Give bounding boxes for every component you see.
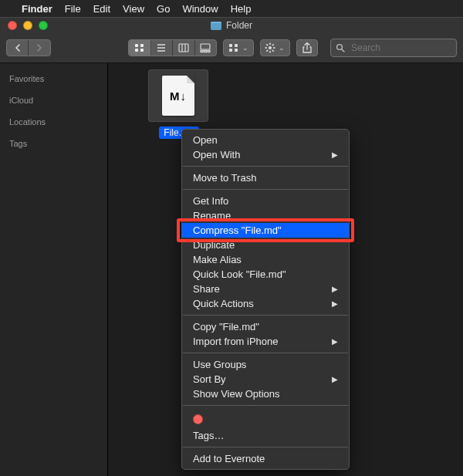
- context-menu-tags-row[interactable]: [182, 410, 349, 428]
- forward-button[interactable]: [29, 40, 49, 56]
- traffic-lights: [0, 21, 48, 30]
- sidebar: Favorites iCloud Locations Tags: [0, 63, 108, 476]
- context-menu-item[interactable]: Rename: [182, 208, 349, 223]
- submenu-arrow-icon: ▶: [332, 372, 338, 387]
- svg-rect-14: [229, 44, 232, 47]
- svg-rect-1: [140, 44, 144, 47]
- context-menu-item[interactable]: Import from iPhone▶: [182, 334, 349, 349]
- context-menu-item[interactable]: Make Alias: [182, 252, 349, 267]
- folder-icon: [211, 22, 221, 30]
- back-button[interactable]: [7, 40, 29, 56]
- file-thumbnail: M↓: [148, 69, 208, 122]
- sidebar-section-tags[interactable]: Tags: [0, 133, 107, 154]
- window-title: Folder: [0, 20, 463, 31]
- sidebar-section-favorites[interactable]: Favorites: [0, 68, 107, 89]
- context-menu-item-label: Quick Actions: [193, 296, 254, 311]
- context-menu-item-label: Rename: [193, 208, 231, 223]
- svg-line-24: [272, 50, 274, 52]
- gear-icon: [265, 42, 275, 53]
- context-menu-item[interactable]: Quick Actions▶: [182, 296, 349, 311]
- svg-rect-0: [135, 44, 138, 47]
- group-by-button[interactable]: ⌄: [223, 39, 254, 56]
- minimize-window-button[interactable]: [23, 21, 32, 30]
- search-icon: [336, 43, 345, 52]
- menubar-edit[interactable]: Edit: [93, 3, 110, 15]
- svg-line-23: [267, 44, 269, 46]
- context-menu-separator: [183, 315, 348, 316]
- svg-rect-10: [201, 44, 210, 49]
- context-menu-item-label: Open With: [193, 147, 240, 162]
- view-list[interactable]: [151, 40, 173, 56]
- context-menu-item[interactable]: Compress "File.md": [182, 223, 349, 238]
- context-menu-separator: [183, 353, 348, 353]
- zoom-window-button[interactable]: [39, 21, 48, 30]
- context-menu-item[interactable]: Open With▶: [182, 147, 349, 162]
- svg-rect-2: [135, 49, 138, 52]
- context-menu-item[interactable]: Show View Options: [182, 387, 349, 401]
- context-menu-separator: [183, 189, 348, 190]
- svg-point-27: [337, 45, 343, 50]
- submenu-arrow-icon: ▶: [332, 334, 338, 349]
- chevron-down-icon: ⌄: [242, 44, 248, 52]
- content-area[interactable]: M↓ File.md OpenOpen With▶Move to TrashGe…: [108, 63, 463, 476]
- window-title-text: Folder: [226, 20, 252, 31]
- share-icon: [302, 42, 312, 53]
- svg-rect-12: [204, 51, 207, 52]
- sidebar-section-locations[interactable]: Locations: [0, 111, 107, 133]
- context-menu-item[interactable]: Tags…: [182, 428, 349, 443]
- menubar-file[interactable]: File: [65, 3, 81, 15]
- context-menu-item-label: Quick Look "File.md": [193, 267, 286, 282]
- sidebar-section-icloud[interactable]: iCloud: [0, 89, 107, 111]
- submenu-arrow-icon: ▶: [332, 147, 338, 162]
- search-input[interactable]: [350, 42, 463, 54]
- context-menu-item[interactable]: Quick Look "File.md": [182, 267, 349, 282]
- system-menubar: Finder File Edit View Go Window Help: [0, 0, 463, 17]
- context-menu-item-label: Move to Trash: [193, 170, 256, 185]
- toolbar: ⌄ ⌄: [0, 33, 463, 63]
- context-menu-separator: [183, 405, 348, 406]
- context-menu: OpenOpen With▶Move to TrashGet InfoRenam…: [181, 129, 350, 470]
- window-titlebar: Folder: [0, 17, 463, 33]
- svg-rect-17: [235, 49, 238, 52]
- menubar-window[interactable]: Window: [182, 3, 218, 15]
- context-menu-item-label: Import from iPhone: [193, 334, 279, 349]
- context-menu-item[interactable]: Duplicate: [182, 238, 349, 252]
- svg-rect-11: [201, 51, 203, 52]
- context-menu-item-label: Open: [193, 133, 218, 147]
- share-button[interactable]: [296, 39, 318, 56]
- context-menu-item[interactable]: Move to Trash: [182, 170, 349, 185]
- context-menu-item-label: Duplicate: [193, 238, 235, 252]
- markdown-file-icon: M↓: [162, 76, 194, 116]
- tag-color-dot[interactable]: [193, 414, 203, 424]
- context-menu-item[interactable]: Share▶: [182, 282, 349, 296]
- svg-rect-15: [235, 44, 238, 47]
- menubar-go[interactable]: Go: [157, 3, 170, 15]
- menubar-app-name[interactable]: Finder: [22, 3, 52, 15]
- context-menu-item[interactable]: Sort By▶: [182, 372, 349, 387]
- context-menu-item[interactable]: Add to Evernote: [182, 451, 349, 466]
- context-menu-item-label: Share: [193, 282, 220, 296]
- submenu-arrow-icon: ▶: [332, 296, 338, 311]
- action-menu-button[interactable]: ⌄: [260, 39, 291, 56]
- context-menu-item[interactable]: Open: [182, 133, 349, 147]
- context-menu-item[interactable]: Get Info: [182, 194, 349, 208]
- context-menu-item-label: Compress "File.md": [193, 223, 282, 238]
- context-menu-item[interactable]: Copy "File.md": [182, 319, 349, 334]
- chevron-down-icon: ⌄: [279, 44, 285, 52]
- context-menu-item[interactable]: Use Groups: [182, 357, 349, 372]
- context-menu-item-label: Get Info: [193, 194, 228, 208]
- search-field[interactable]: [330, 39, 457, 57]
- context-menu-separator: [183, 166, 348, 167]
- view-icon-grid[interactable]: [129, 40, 150, 56]
- menubar-view[interactable]: View: [123, 3, 144, 15]
- view-columns[interactable]: [173, 40, 194, 56]
- menubar-help[interactable]: Help: [231, 3, 252, 15]
- context-menu-separator: [183, 447, 348, 447]
- context-menu-item-label: Sort By: [193, 372, 226, 387]
- svg-line-25: [272, 44, 274, 46]
- svg-point-18: [269, 46, 272, 49]
- close-window-button[interactable]: [8, 21, 17, 30]
- view-gallery[interactable]: [195, 40, 216, 56]
- svg-rect-7: [179, 44, 188, 52]
- context-menu-item-label: Add to Evernote: [193, 451, 265, 466]
